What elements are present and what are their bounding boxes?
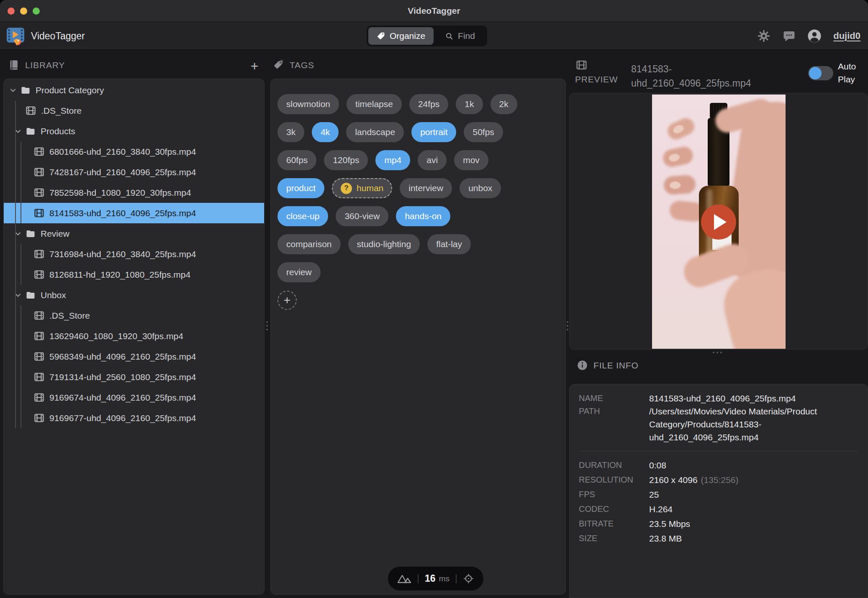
app-name: VideoTagger bbox=[31, 31, 85, 42]
tag-pill-3k[interactable]: 3k bbox=[277, 122, 304, 142]
tree-file-row[interactable]: 8141583-uhd_2160_4096_25fps.mp4 bbox=[4, 203, 264, 223]
tag-pill-landscape[interactable]: landscape bbox=[346, 122, 404, 142]
resize-handle-left[interactable] bbox=[266, 321, 268, 330]
tag-pill-flat-lay[interactable]: flat-lay bbox=[427, 234, 471, 254]
tag-pill-unbox[interactable]: unbox bbox=[460, 178, 501, 198]
window-title: VideoTagger bbox=[0, 0, 868, 22]
tree-file-row[interactable]: 5968349-uhd_4096_2160_25fps.mp4 bbox=[4, 346, 264, 367]
tag-pill-comparison[interactable]: comparison bbox=[277, 234, 341, 254]
tree-file-row[interactable]: 7316984-uhd_2160_3840_25fps.mp4 bbox=[4, 244, 264, 264]
tree-item-label: 9169677-uhd_4096_2160_25fps.mp4 bbox=[49, 413, 196, 423]
tree-file-row[interactable]: 13629460_1080_1920_30fps.mp4 bbox=[4, 326, 264, 346]
tree-file-row[interactable]: 7191314-uhd_2560_1080_25fps.mp4 bbox=[4, 367, 264, 387]
tree-file-row[interactable]: .DS_Store bbox=[4, 100, 264, 121]
tree-folder-row[interactable]: Product Category bbox=[4, 80, 264, 100]
gear-icon[interactable] bbox=[757, 29, 771, 43]
file-info-row: RESOLUTION2160 x 4096(135:256) bbox=[579, 473, 858, 487]
tab-find-label: Find bbox=[458, 31, 475, 41]
tag-pill-mov[interactable]: mov bbox=[454, 150, 488, 170]
divider bbox=[456, 574, 457, 583]
add-tag-button[interactable]: + bbox=[277, 291, 297, 310]
file-info-panel: NAME8141583-uhd_2160_4096_25fps.mp4PATH/… bbox=[569, 384, 868, 598]
video-file-icon bbox=[34, 413, 44, 423]
tree-file-row[interactable]: 9169677-uhd_4096_2160_25fps.mp4 bbox=[4, 408, 264, 428]
file-info-header: FILE INFO bbox=[577, 360, 639, 371]
tag-pill-avi[interactable]: avi bbox=[418, 150, 447, 170]
tag-pill-hands-on[interactable]: hands-on bbox=[396, 206, 450, 226]
tag-pill-product[interactable]: product bbox=[277, 178, 324, 198]
tags-list: slowmotiontimelapse24fps1k2k3k4klandscap… bbox=[277, 94, 559, 282]
tree-folder-row[interactable]: Products bbox=[4, 121, 264, 141]
tree-item-label: Product Category bbox=[36, 85, 104, 95]
tag-pill-timelapse[interactable]: timelapse bbox=[347, 94, 402, 114]
feedback-chat-icon[interactable] bbox=[783, 30, 796, 43]
tag-pill-mp4[interactable]: mp4 bbox=[375, 150, 410, 170]
tag-pill-slowmotion[interactable]: slowmotion bbox=[277, 94, 339, 114]
video-preview[interactable]: SERUM bbox=[652, 95, 786, 349]
inspector-crosshair-icon[interactable] bbox=[463, 573, 474, 584]
tag-pill-review[interactable]: review bbox=[277, 262, 321, 282]
file-info-row: BITRATE23.5 Mbps bbox=[579, 516, 858, 531]
devtools-statusbar[interactable]: 16 ms bbox=[388, 567, 483, 590]
tag-label: mp4 bbox=[384, 155, 401, 165]
file-info-identity-rows: NAME8141583-uhd_2160_4096_25fps.mp4PATH/… bbox=[579, 392, 858, 444]
tree-file-row[interactable]: 8126811-hd_1920_1080_25fps.mp4 bbox=[4, 264, 264, 285]
file-info-row: NAME8141583-uhd_2160_4096_25fps.mp4 bbox=[579, 392, 858, 405]
tag-label: slowmotion bbox=[286, 99, 330, 109]
file-info-label: FPS bbox=[579, 487, 649, 502]
tab-find[interactable]: Find bbox=[434, 27, 485, 45]
video-file-icon bbox=[34, 351, 44, 362]
tag-label: 50fps bbox=[473, 127, 494, 137]
tags-panel-title: TAGS bbox=[290, 60, 314, 70]
tag-row: 60fps120fpsmp4avimov bbox=[277, 150, 559, 170]
tree-folder-row[interactable]: Unbox bbox=[4, 285, 264, 305]
tag-pill-portrait[interactable]: portrait bbox=[411, 122, 456, 142]
tag-icon bbox=[377, 32, 385, 41]
tag-pill-2k[interactable]: 2k bbox=[490, 94, 517, 114]
file-info-label: DURATION bbox=[579, 458, 649, 473]
tag-pill-studio-lighting[interactable]: studio-lighting bbox=[348, 234, 420, 254]
autoplay-toggle-knob[interactable] bbox=[809, 67, 822, 79]
tag-label: interview bbox=[408, 183, 443, 193]
user-avatar-icon[interactable] bbox=[807, 29, 822, 43]
tag-pill-120fps[interactable]: 120fps bbox=[324, 150, 368, 170]
video-file-icon bbox=[34, 146, 44, 157]
play-button[interactable] bbox=[701, 204, 736, 240]
tag-pill-360-view[interactable]: 360-view bbox=[336, 206, 388, 226]
mountain-logo-icon bbox=[397, 574, 411, 584]
tag-label: flat-lay bbox=[436, 239, 462, 249]
chevron-down-icon[interactable] bbox=[9, 86, 17, 95]
tab-organize-label: Organize bbox=[390, 31, 425, 41]
header-actions: dujid0 bbox=[757, 22, 860, 50]
tree-item-label: 13629460_1080_1920_30fps.mp4 bbox=[49, 331, 183, 341]
tag-label: 120fps bbox=[333, 155, 359, 165]
file-info-value: /Users/test/Movies/Video Materials/Produ… bbox=[649, 405, 858, 444]
tree-file-row[interactable]: 6801666-uhd_2160_3840_30fps.mp4 bbox=[4, 141, 264, 162]
info-icon bbox=[577, 360, 588, 371]
video-file-icon bbox=[34, 269, 44, 280]
preview-panel-title: PREVIEW bbox=[575, 74, 618, 84]
add-library-folder-button[interactable]: + bbox=[246, 58, 263, 74]
tag-pill-24fps[interactable]: 24fps bbox=[409, 94, 448, 114]
username-link[interactable]: dujid0 bbox=[833, 31, 860, 41]
tree-file-row[interactable]: 7852598-hd_1080_1920_30fps.mp4 bbox=[4, 182, 264, 203]
tag-pill-60fps[interactable]: 60fps bbox=[277, 150, 316, 170]
mode-switcher: Organize Find bbox=[367, 26, 487, 46]
tree-indent-guide bbox=[21, 244, 21, 285]
autoplay-toggle[interactable] bbox=[808, 66, 833, 80]
preview-resize-handle[interactable] bbox=[713, 352, 722, 353]
tab-organize[interactable]: Organize bbox=[368, 27, 434, 45]
video-file-icon bbox=[34, 372, 44, 382]
tag-pill-interview[interactable]: interview bbox=[400, 178, 452, 198]
tree-file-row[interactable]: 9169674-uhd_4096_2160_25fps.mp4 bbox=[4, 387, 264, 408]
resize-handle-right[interactable] bbox=[567, 321, 568, 330]
tag-pill-4k[interactable]: 4k bbox=[312, 122, 339, 142]
tree-folder-row[interactable]: Review bbox=[4, 223, 264, 244]
tree-file-row[interactable]: .DS_Store bbox=[4, 305, 264, 326]
tag-pill-human[interactable]: ?human bbox=[332, 178, 392, 198]
tag-pill-close-up[interactable]: close-up bbox=[277, 206, 328, 226]
tag-pill-1k[interactable]: 1k bbox=[456, 94, 483, 114]
tag-pill-50fps[interactable]: 50fps bbox=[464, 122, 503, 142]
tree-file-row[interactable]: 7428167-uhd_2160_4096_25fps.mp4 bbox=[4, 162, 264, 182]
file-info-label: SIZE bbox=[579, 531, 649, 546]
